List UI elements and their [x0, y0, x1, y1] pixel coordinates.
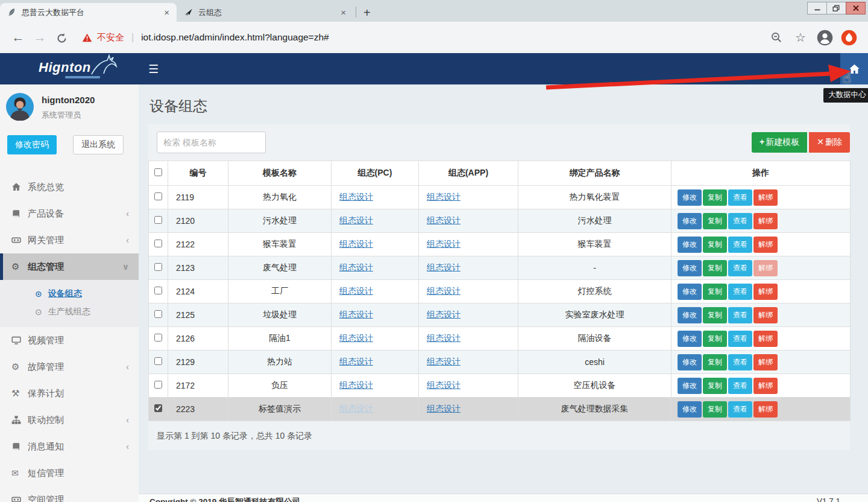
search-input[interactable]	[157, 132, 266, 153]
edit-button[interactable]: 修改	[678, 331, 702, 347]
unbind-button[interactable]: 解绑	[753, 307, 778, 323]
view-button[interactable]: 查看	[728, 237, 752, 253]
pc-config-design-link[interactable]: 组态设计	[339, 192, 373, 202]
app-config-design-link[interactable]: 组态设计	[427, 333, 461, 343]
app-config-design-link[interactable]: 组态设计	[427, 310, 461, 319]
sidebar-item-组态管理[interactable]: ⚙组态管理∨	[0, 253, 139, 280]
submenu-item-设备组态[interactable]: ⊙设备组态	[0, 285, 139, 303]
browser-tab-platform[interactable]: 思普云大数据平台 ×	[0, 3, 177, 22]
app-config-design-link[interactable]: 组态设计	[427, 404, 461, 413]
edit-button[interactable]: 修改	[678, 354, 702, 370]
bookmark-star-icon[interactable]: ☆	[788, 30, 813, 45]
pc-config-design-link[interactable]: 组态设计	[339, 215, 373, 225]
app-config-design-link[interactable]: 组态设计	[427, 262, 461, 272]
copy-button[interactable]: 复制	[703, 331, 727, 347]
tab-close-icon[interactable]: ×	[338, 7, 348, 17]
tab-close-icon[interactable]: ×	[162, 7, 172, 17]
pc-config-design-link[interactable]: 组态设计	[339, 239, 373, 249]
pc-config-design-link[interactable]: 组态设计	[339, 404, 373, 413]
row-checkbox[interactable]	[154, 310, 162, 318]
row-checkbox[interactable]	[154, 192, 162, 200]
pc-config-design-link[interactable]: 组态设计	[339, 262, 373, 272]
pc-config-design-link[interactable]: 组态设计	[339, 380, 373, 390]
browser-profile-avatar[interactable]	[813, 30, 837, 46]
unbind-button[interactable]: 解绑	[753, 284, 778, 300]
extension-icon[interactable]	[837, 30, 861, 46]
edit-button[interactable]: 修改	[678, 284, 702, 300]
row-checkbox[interactable]	[154, 263, 162, 271]
app-config-design-link[interactable]: 组态设计	[427, 357, 461, 366]
view-button[interactable]: 查看	[728, 307, 752, 323]
forward-icon[interactable]: →	[29, 30, 51, 45]
app-config-design-link[interactable]: 组态设计	[427, 192, 461, 202]
pc-config-design-link[interactable]: 组态设计	[339, 357, 373, 366]
copy-button[interactable]: 复制	[703, 237, 727, 253]
row-checkbox[interactable]	[154, 334, 162, 342]
sidebar-item-空间管理[interactable]: 空间管理	[0, 486, 139, 502]
edit-button[interactable]: 修改	[678, 401, 702, 418]
unbind-button[interactable]: 解绑	[753, 354, 778, 370]
unbind-button[interactable]: 解绑	[753, 213, 778, 229]
row-checkbox[interactable]	[154, 404, 162, 412]
edit-button[interactable]: 修改	[678, 378, 702, 394]
app-config-design-link[interactable]: 组态设计	[427, 215, 461, 225]
row-checkbox[interactable]	[154, 287, 162, 294]
sidebar-item-系统总览[interactable]: 系统总览	[0, 174, 139, 200]
view-button[interactable]: 查看	[728, 331, 752, 347]
view-button[interactable]: 查看	[728, 189, 752, 206]
url-text[interactable]: iot.idosp.net/admin/index.html?language=…	[141, 32, 329, 43]
copy-button[interactable]: 复制	[703, 354, 727, 370]
view-button[interactable]: 查看	[728, 213, 752, 229]
window-restore-button[interactable]	[826, 2, 846, 14]
edit-button[interactable]: 修改	[678, 189, 702, 206]
unbind-button[interactable]: 解绑	[753, 189, 778, 206]
unbind-button[interactable]: 解绑	[753, 260, 778, 276]
row-checkbox[interactable]	[154, 357, 162, 365]
sidebar-item-短信管理[interactable]: ✉短信管理	[0, 460, 139, 486]
copy-button[interactable]: 复制	[703, 307, 727, 323]
unbind-button[interactable]: 解绑	[753, 378, 778, 394]
hamburger-menu-icon[interactable]: ☰	[148, 63, 159, 75]
window-minimize-button[interactable]	[807, 2, 827, 14]
new-template-button[interactable]: +新建模板	[752, 132, 807, 153]
address-bar[interactable]: 不安全 | iot.idosp.net/admin/index.html?lan…	[78, 32, 758, 43]
view-button[interactable]: 查看	[728, 401, 752, 418]
zoom-out-icon[interactable]	[764, 31, 788, 43]
edit-button[interactable]: 修改	[678, 213, 702, 229]
row-checkbox[interactable]	[154, 216, 162, 224]
pc-config-design-link[interactable]: 组态设计	[339, 286, 373, 296]
window-close-button[interactable]	[846, 2, 866, 14]
delete-button[interactable]: ✕删除	[809, 132, 850, 153]
app-config-design-link[interactable]: 组态设计	[427, 286, 461, 296]
copy-button[interactable]: 复制	[703, 260, 727, 276]
browser-tab-cloud-config[interactable]: 云组态 ×	[177, 3, 353, 22]
row-checkbox[interactable]	[154, 240, 162, 247]
edit-button[interactable]: 修改	[678, 307, 702, 323]
change-password-button[interactable]: 修改密码	[7, 135, 57, 154]
copy-button[interactable]: 复制	[703, 401, 727, 418]
row-checkbox[interactable]	[154, 381, 162, 389]
reload-icon[interactable]	[51, 30, 72, 45]
edit-button[interactable]: 修改	[678, 237, 702, 253]
sidebar-item-消息通知[interactable]: 消息通知‹	[0, 433, 139, 460]
view-button[interactable]: 查看	[728, 354, 752, 370]
edit-button[interactable]: 修改	[678, 260, 702, 276]
new-tab-button[interactable]: +	[363, 7, 371, 19]
sidebar-item-视频管理[interactable]: 视频管理	[0, 327, 139, 354]
sidebar-item-故障管理[interactable]: ⚙故障管理‹	[0, 354, 139, 380]
unbind-button[interactable]: 解绑	[753, 401, 778, 418]
security-warning-label[interactable]: 不安全	[97, 32, 124, 43]
copy-button[interactable]: 复制	[703, 284, 727, 300]
sidebar-item-产品设备[interactable]: 产品设备‹	[0, 200, 139, 227]
security-warning-icon[interactable]	[82, 33, 92, 42]
select-all-checkbox[interactable]	[154, 168, 162, 176]
pc-config-design-link[interactable]: 组态设计	[339, 310, 373, 319]
logout-button[interactable]: 退出系统	[73, 135, 124, 154]
sidebar-item-联动控制[interactable]: 联动控制‹	[0, 407, 139, 433]
app-config-design-link[interactable]: 组态设计	[427, 239, 461, 249]
sidebar-item-保养计划[interactable]: ⚒保养计划	[0, 380, 139, 407]
unbind-button[interactable]: 解绑	[753, 331, 778, 347]
app-config-design-link[interactable]: 组态设计	[427, 380, 461, 390]
unbind-button[interactable]: 解绑	[753, 237, 778, 253]
copy-button[interactable]: 复制	[703, 189, 727, 206]
